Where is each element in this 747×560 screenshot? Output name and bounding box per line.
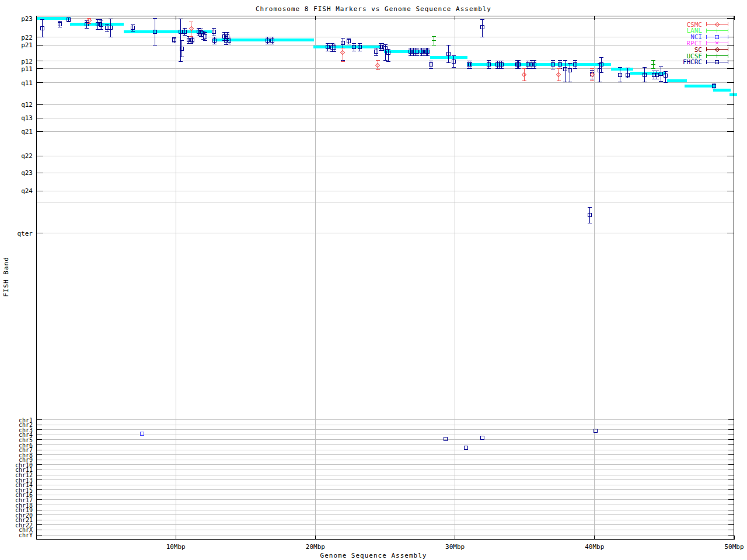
data-point-square — [715, 35, 719, 39]
legend-sample-cap — [728, 60, 728, 64]
legend-sample-cap — [728, 47, 728, 51]
x-tick-label: 20Mbp — [298, 543, 333, 551]
legend-sample-cap — [706, 22, 707, 26]
band-label: q23 — [0, 169, 33, 177]
legend-sample-cap — [706, 29, 707, 33]
legend-sample-cap — [706, 54, 707, 58]
legend-sample-cap — [706, 35, 707, 39]
band-label: q11 — [0, 79, 33, 87]
y-axis-title: FISH Band — [2, 254, 10, 300]
legend-sample-cap — [728, 22, 728, 26]
x-tick-label: 10Mbp — [158, 543, 193, 551]
legend-sample-cap — [728, 41, 728, 45]
band-label: p12 — [0, 58, 33, 65]
band-label: q24 — [0, 187, 33, 195]
figure: Chromosome 8 FISH Markers vs Genome Sequ… — [0, 0, 747, 560]
band-label: p11 — [0, 65, 33, 73]
x-tick-label: 30Mbp — [438, 543, 473, 551]
legend-sample-cap — [728, 29, 728, 33]
legend-sample-cap — [706, 47, 707, 51]
band-label: q13 — [0, 114, 33, 122]
band-label: q12 — [0, 101, 33, 108]
band-label: qter — [0, 230, 33, 237]
x-tick-label: 40Mbp — [577, 543, 612, 551]
chr-label: chrY — [0, 532, 33, 538]
data-point-plus — [717, 54, 717, 58]
x-tick-label: 50Mbp — [717, 543, 747, 551]
legend-sample-cap — [706, 60, 707, 64]
page-title: Chromosome 8 FISH Markers vs Genome Sequ… — [0, 5, 747, 13]
band-label: q22 — [0, 152, 33, 160]
legend-sample-cap — [706, 41, 707, 45]
x-axis-title: Genome Sequence Assembly — [0, 552, 747, 559]
legend-label: FHCRC — [641, 58, 702, 66]
data-point-plus — [717, 29, 717, 33]
band-label: p21 — [0, 41, 33, 49]
data-point-square — [715, 60, 719, 64]
legend-sample-cap — [728, 54, 728, 58]
legend-sample-cap — [728, 35, 728, 39]
band-label: p23 — [0, 15, 33, 23]
band-label: q21 — [0, 128, 33, 135]
band-label: p22 — [0, 34, 33, 41]
plot-border — [36, 16, 734, 540]
